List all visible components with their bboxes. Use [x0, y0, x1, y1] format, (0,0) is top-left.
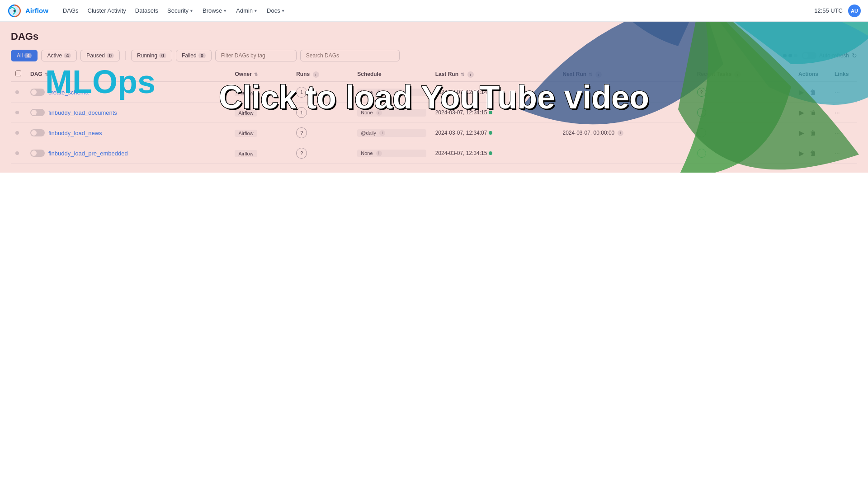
- click-to-load-text[interactable]: Click to load YouTube video: [219, 79, 649, 116]
- nav-admin[interactable]: Admin ▼: [232, 5, 261, 16]
- nav-dags[interactable]: DAGs: [59, 5, 82, 16]
- airflow-logo-text: Airflow: [25, 7, 48, 14]
- navbar-logo[interactable]: Airflow: [7, 4, 48, 18]
- airflow-logo-icon: [7, 4, 22, 18]
- video-overlay[interactable]: MLOps Click to load YouTube video: [0, 22, 868, 173]
- nav-docs[interactable]: Docs ▼: [263, 5, 289, 16]
- main-nav: DAGs Cluster Activity Datasets Security …: [59, 5, 289, 16]
- navbar-avatar[interactable]: AU: [848, 5, 861, 17]
- main-content: DAGs All 4 Active 4 Paused 0 Running 0 F…: [0, 22, 868, 173]
- navbar-time: 12:55 UTC: [814, 7, 843, 14]
- nav-security[interactable]: Security ▼: [164, 5, 197, 16]
- nav-datasets[interactable]: Datasets: [132, 5, 162, 16]
- svg-point-1: [14, 9, 16, 12]
- mlops-label[interactable]: MLOps: [45, 63, 156, 100]
- navbar-right: 12:55 UTC AU: [814, 5, 861, 17]
- nav-cluster[interactable]: Cluster Activity: [84, 5, 130, 16]
- nav-browse[interactable]: Browse ▼: [199, 5, 231, 16]
- navbar: Airflow DAGs Cluster Activity Datasets S…: [0, 0, 868, 22]
